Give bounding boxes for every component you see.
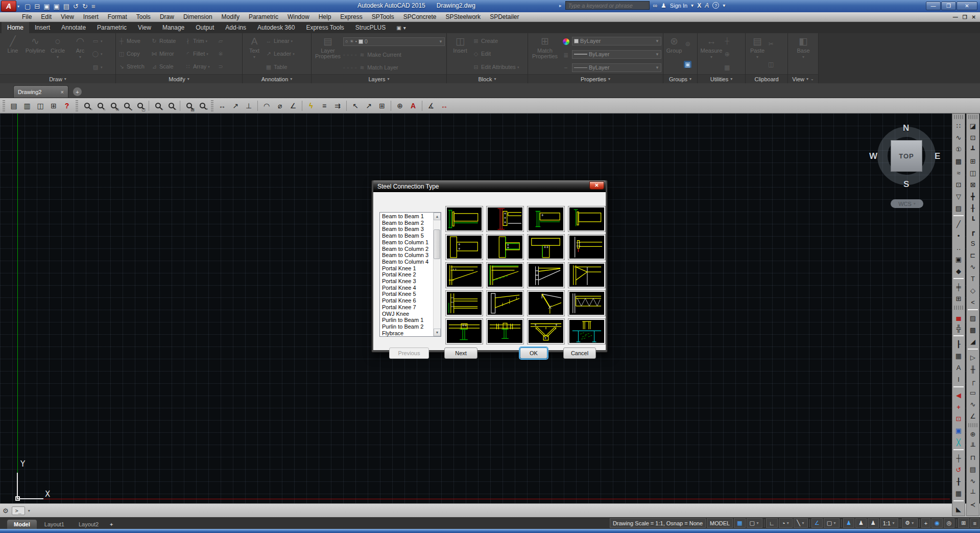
redo-icon[interactable]: ↻ [82,3,88,10]
thumbnail-portal-knee-7[interactable] [528,291,564,316]
plot-preview-button[interactable]: ▥ [21,100,33,112]
splice-joint-button[interactable]: ╨ [967,440,979,452]
clean-screen-button[interactable]: ⊞ [47,100,60,112]
line-button[interactable]: ╱Line [2,35,23,74]
thumbnail-beam-to-beam-5[interactable] [568,206,605,231]
panel-title-block[interactable]: Block▾ [447,74,528,83]
list-item[interactable]: Portal Knee 2 [382,271,433,278]
ortho-mode-button[interactable]: ∟ [766,518,778,528]
grid-display-button[interactable]: ▦ [734,518,745,528]
zoom-in-button[interactable]: + [152,100,164,112]
plot-preview-icon[interactable]: ▥ [23,102,30,110]
minimize-button[interactable]: — [926,2,941,10]
bolt-target-icon[interactable]: ⊕ [970,430,976,438]
modify-extra-button[interactable]: ⊃ [217,63,227,70]
frame-corner-button[interactable]: ⊞ [967,155,979,167]
viewcube-north[interactable]: N [903,123,909,133]
copy-clip-icon[interactable]: ◫ [768,61,774,68]
thumbnail-portal-knee-4[interactable] [568,263,605,288]
box-dot-icon[interactable]: ⊡ [956,415,962,423]
grid-display-icon[interactable]: ▦ [737,520,742,526]
ok-button[interactable]: OK [520,347,547,359]
drawing-icon[interactable]: ▤ [10,102,17,110]
tee-beam-icon[interactable]: ╂ [971,204,975,212]
portal-frame-icon[interactable]: ⊓ [970,454,975,461]
schedule-grid-icon[interactable]: ▦ [955,352,962,360]
thumbnail-owj-knee[interactable] [568,291,605,316]
layer-isolate-icon[interactable]: ▫ [347,52,349,58]
axis-target-icon[interactable]: ┼ [956,454,961,462]
quick-calc-icon[interactable]: ▦ [724,64,730,71]
tab-insert[interactable]: Insert [29,22,56,33]
dim-aligned-icon[interactable]: ↗ [232,102,238,110]
filter-corner-icon[interactable]: ◣ [956,505,961,513]
boxed-x-icon[interactable]: ⊠ [970,181,976,189]
dialog-close-button[interactable]: ✕ [589,181,604,190]
toolbar-grip[interactable] [968,423,977,427]
lineweight-combo[interactable]: ByLayer▼ [572,50,661,59]
thumbnail-purlin-to-beam-1[interactable] [446,319,483,344]
slope-triangle-icon[interactable]: ◢ [970,338,975,345]
modify-extra-button[interactable]: ▱ [217,38,227,44]
panel-title-clipboard[interactable]: Clipboard [746,74,787,83]
menu-draw[interactable]: Draw [155,13,179,21]
delete-mark-icon[interactable]: ╳ [957,438,961,446]
revision-cloud-button[interactable]: ≈ [952,167,965,179]
layer-freeze-icon[interactable]: ▫ [351,52,353,58]
customization-menu-button[interactable]: ≡ [970,518,979,528]
zoom-out-button[interactable]: − [165,100,177,112]
thumbnail-beam-to-column-1[interactable] [446,235,483,260]
drawing-button[interactable]: ▤ [8,100,20,112]
list-item[interactable]: Beam to Column 2 [382,246,433,252]
logo-dropdown-icon[interactable]: ▾ [17,4,19,9]
snap-mode-button[interactable]: ▢▼ [747,518,762,528]
ortho-mode-icon[interactable]: ∟ [769,520,775,526]
dim-text-angle-icon[interactable]: ∡ [428,102,435,110]
frame-button[interactable]: ▣ [952,253,965,265]
panel-title-view[interactable]: View▾⌄ [788,74,818,83]
osnap-settings-button[interactable]: ▢▼ [824,518,840,528]
measure-button[interactable]: ↔ Measure ▾ [700,35,723,74]
annotation-visibility-icon[interactable]: ♟ [846,520,851,526]
list-item[interactable]: Portal Knee 6 [382,297,433,304]
earth-hatch-button[interactable]: ▨ [952,202,965,214]
command-prompt-button[interactable]: >_ [12,506,25,515]
tab-parametric[interactable]: Parametric [91,22,132,33]
insert-block-icon[interactable]: ▣ [955,427,962,434]
annotate-text-icon[interactable]: A [957,364,961,372]
corner-angle-icon[interactable]: ┌ [970,377,975,385]
tee-joint-button[interactable]: ┴ [967,487,979,499]
thumbnail-beam-to-column-3[interactable] [528,235,564,260]
close-button[interactable]: ✕ [957,2,977,10]
toolbar-grip[interactable] [954,115,963,119]
rotate-mark-button[interactable]: ↺ [952,464,965,476]
viewcube-south[interactable]: S [903,179,909,190]
tab-output[interactable]: Output [190,22,220,33]
detail-number-icon[interactable]: ① [955,146,962,153]
thumbnail-portal-knee-6[interactable] [487,291,523,316]
doc-minimize-icon[interactable]: — [953,14,958,20]
double-point-icon[interactable]: ‥ [957,244,961,251]
plot-icon[interactable]: ▤ [63,3,69,10]
dim-angular-icon[interactable]: ∠ [290,102,297,110]
annotate-text-button[interactable]: A [952,362,965,374]
osnap-settings-icon[interactable]: ▢ [827,520,832,526]
list-item[interactable]: Beam to Column 4 [382,259,433,265]
dim-edit-icon[interactable]: A [411,102,416,110]
menu-format[interactable]: Format [103,13,132,21]
snap-mode-icon[interactable]: ▢ [750,520,755,526]
viewcube-top-face[interactable]: TOP [891,140,922,172]
thumbnail-beam-to-beam-2[interactable] [487,206,523,231]
scroll-track[interactable] [434,220,441,329]
layer-lock-icon[interactable]: ▫ [355,52,357,58]
clean-screen-button[interactable]: ⊞ [958,518,969,528]
match-layer-button[interactable]: ≋Match Layer [358,64,398,71]
chevron-down-icon[interactable]: ▾ [28,508,30,513]
filter-corner-button[interactable]: ◣ [952,503,965,515]
rotate-button[interactable]: ↻Rotate [151,38,184,44]
edit-button[interactable]: ◇Edit [472,51,526,57]
customize-plus-icon[interactable]: + [924,520,927,526]
rectangle-button[interactable]: ▭▾ [92,38,103,44]
file-tab-drawing2[interactable]: Drawing2 × [13,85,68,98]
triangle-marker-button[interactable]: ▽ [952,191,965,202]
